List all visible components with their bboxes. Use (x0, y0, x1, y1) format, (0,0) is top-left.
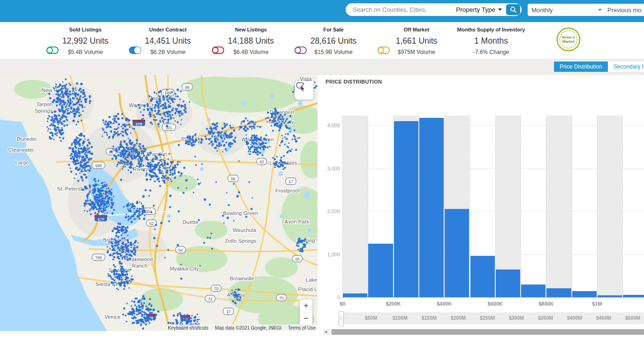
y-axis-tick-label: 1,000 (322, 252, 340, 257)
search-pill: Property Type (346, 3, 522, 16)
price-distribution-panel: PRICE DISTRIBUTION 01,0002,0003,0004,000… (321, 75, 644, 354)
histogram-bar-$700-800K[interactable] (521, 285, 546, 297)
toggle-sold-listings[interactable] (46, 46, 59, 54)
plot-band (546, 115, 571, 297)
x-axis-tick-label: $600K (488, 301, 503, 307)
zoom-in-button[interactable]: + (300, 300, 312, 312)
search-input[interactable] (346, 6, 454, 13)
toggle-knob (212, 47, 219, 54)
map-data-credit: Map data ©2021 Google, INEGI (215, 325, 281, 331)
grid-vline (597, 115, 598, 297)
histogram-bar-$900K-1M[interactable] (572, 291, 597, 297)
chevron-down-icon (598, 9, 602, 11)
draw-polygon-icon (295, 81, 306, 92)
scroll-left-arrow[interactable]: ◀ (323, 329, 329, 335)
slider-handle[interactable] (339, 311, 344, 327)
toggle-knob (46, 47, 53, 54)
y-axis-tick-label: 4,000 (322, 123, 340, 128)
horizontal-scrollbar: ◀ (323, 329, 644, 335)
map-attribution: Keyboard shortcuts Map data ©2021 Google… (166, 324, 318, 331)
listing-dots-layer (0, 75, 318, 331)
search-icon (510, 6, 517, 13)
histogram-bar-$0-100K[interactable] (343, 293, 367, 297)
grid-hline (342, 169, 644, 169)
slider-tick-label: $500M (625, 315, 640, 321)
x-axis-tick-label: $400K (437, 301, 452, 307)
chevron-down-icon (498, 8, 502, 11)
slider-tick-label: $200M (451, 315, 466, 321)
volume-range-slider[interactable]: $50M$100M$150M$200M$250M$300M$350M$400M$… (340, 312, 644, 324)
sellers-market-badge: Seller's Market (556, 27, 581, 52)
grid-vline (622, 115, 623, 297)
slider-tick-label: $150M (422, 315, 437, 321)
stat-units-value: 1 Months (437, 36, 545, 46)
comparison-value: Previous mo (607, 7, 641, 14)
grid-vline (572, 115, 572, 297)
x-axis-tick-label: $200K (386, 301, 401, 307)
toggle-for-sale[interactable] (295, 46, 307, 54)
slider-tick-label: $350M (538, 315, 553, 321)
toggle-knob (134, 47, 141, 54)
svg-text:Market: Market (562, 39, 575, 44)
listings-map[interactable]: New PortTarponSpringsDunedinClearwaterLa… (0, 75, 318, 331)
histogram-bar-$300-400K[interactable] (419, 118, 444, 297)
tab-strip-background: Price DistributionSecondary Indica (0, 59, 644, 75)
grid-hline (342, 211, 644, 212)
property-type-dropdown[interactable]: Property Type (454, 6, 506, 13)
toggle-under-contract[interactable] (129, 46, 141, 54)
x-axis-tick-label: $800K (538, 301, 553, 307)
grid-hline (342, 125, 644, 126)
histogram-bar-$500-600K[interactable] (470, 256, 495, 297)
frequency-value: Monthly (531, 7, 553, 14)
histogram-bar-$100-200K[interactable] (368, 244, 393, 297)
zoom-out-button[interactable]: − (300, 313, 312, 325)
plot-band (597, 115, 622, 297)
slider-tick-label: $50M (365, 315, 377, 321)
histogram-bar-$1.1M-1.2M[interactable] (623, 295, 644, 297)
toggle-knob (378, 47, 384, 54)
x-axis-tick-label: $0 (340, 301, 345, 307)
histogram-bar-$800-900K[interactable] (546, 288, 571, 297)
top-navigation-bar: Property Type Monthly Previous mo (0, 0, 644, 22)
slider-tick-label: $450M (596, 315, 611, 321)
terms-of-use-link[interactable]: Terms of Use (288, 325, 316, 331)
keyboard-shortcuts-link[interactable]: Keyboard shortcuts (168, 325, 208, 331)
comparison-select[interactable]: Previous mo (604, 4, 644, 16)
frequency-select[interactable]: Monthly (528, 4, 606, 16)
plot-band (342, 115, 368, 297)
draw-region-button[interactable] (295, 81, 313, 100)
slider-tick-label: $100M (393, 315, 408, 321)
toggle-new-listings[interactable] (212, 46, 224, 54)
histogram-bar-$400-500K[interactable] (445, 209, 469, 297)
y-axis-tick-label: 2,000 (322, 208, 340, 214)
histogram-bar-$200-300K[interactable] (394, 121, 418, 297)
slider-tick-label: $300M (509, 315, 524, 321)
slider-tick-label: $400M (567, 315, 582, 321)
grid-vline (342, 115, 343, 297)
search-button[interactable] (506, 4, 521, 15)
stat-months-supply-of-inventory: Months Supply of Inventory 1 Months -7.6… (437, 27, 545, 55)
toggle-off-market[interactable] (378, 46, 390, 54)
y-axis-tick-label: 0 (322, 294, 340, 300)
chart-tabs: Price DistributionSecondary Indica (554, 62, 644, 72)
scrollbar-thumb[interactable] (332, 329, 644, 335)
tab-price-distribution[interactable]: Price Distribution (554, 62, 608, 72)
grid-vline (546, 115, 546, 297)
stat-label: Months Supply of Inventory (437, 27, 545, 34)
grid-hline (342, 297, 644, 298)
x-axis-tick-label: $1M (592, 301, 602, 307)
svg-text:Seller's: Seller's (562, 35, 576, 39)
stats-bar: Seller's Market Sold Listings 12,992 Uni… (0, 22, 644, 59)
map-zoom-control: + − (300, 300, 312, 325)
grid-vline (521, 115, 521, 297)
stat-volume-value: -7.6% Change (437, 49, 545, 55)
slider-tick-label: $250M (480, 315, 495, 321)
histogram-bar-$1M-1.1M[interactable] (598, 295, 622, 297)
y-axis-tick-label: 3,000 (322, 166, 340, 171)
property-type-label: Property Type (456, 6, 495, 13)
tab-secondary-indica[interactable]: Secondary Indica (608, 62, 644, 72)
histogram-bar-$600-700K[interactable] (496, 269, 520, 297)
toggle-knob (295, 47, 301, 54)
